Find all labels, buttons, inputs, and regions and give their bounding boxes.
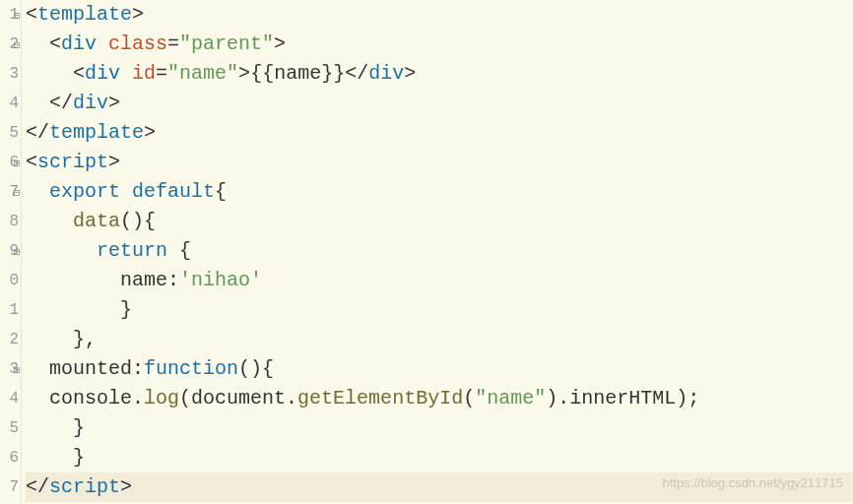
line-number: 2 [9, 331, 19, 348]
code-line[interactable]: console.log(document.getElementById("nam… [26, 384, 853, 413]
code-editor[interactable]: 1⊟ 2⊟ 3 4 5 6⊟ 7⊟ 8 9⊟ 0 1 2 3⊟ 4 5 6 7 … [0, 0, 853, 504]
line-number: 1 [9, 301, 19, 319]
code-line[interactable]: <div class="parent"> [26, 30, 853, 59]
code-line[interactable]: <div id="name">{{name}}</div> [26, 59, 853, 89]
fold-icon[interactable]: ⊟ [14, 150, 20, 179]
fold-icon[interactable]: ⊟ [14, 238, 20, 268]
line-number: 4 [9, 94, 19, 112]
code-line[interactable]: } [26, 295, 853, 325]
fold-icon[interactable]: ⊟ [14, 179, 20, 209]
line-number: 5 [9, 124, 19, 142]
code-line[interactable]: </div> [26, 89, 853, 118]
code-area[interactable]: <template> <div class="parent"> <div id=… [22, 0, 853, 504]
code-line[interactable]: } [26, 413, 853, 443]
code-line[interactable]: return { [26, 236, 853, 266]
line-number: 3 [9, 65, 19, 83]
code-line[interactable]: data(){ [26, 207, 853, 236]
line-number: 6 [9, 449, 19, 467]
code-line[interactable]: <script> [26, 148, 853, 177]
code-line[interactable]: }, [26, 325, 853, 354]
line-number: 5 [9, 419, 19, 437]
fold-icon[interactable]: ⊟ [14, 356, 20, 386]
code-line[interactable]: name:'nihao' [26, 266, 853, 295]
line-number: 4 [9, 390, 19, 408]
line-number: 7 [9, 478, 19, 496]
line-number-gutter: 1⊟ 2⊟ 3 4 5 6⊟ 7⊟ 8 9⊟ 0 1 2 3⊟ 4 5 6 7 [0, 0, 22, 504]
code-line[interactable]: </template> [26, 118, 853, 148]
code-line[interactable]: export default{ [26, 177, 853, 207]
code-line[interactable]: </script> [26, 472, 853, 502]
code-line[interactable]: <template> [26, 0, 853, 30]
line-number: 0 [9, 272, 19, 289]
line-number: 8 [9, 213, 19, 230]
code-line[interactable]: mounted:function(){ [26, 354, 853, 384]
fold-icon[interactable]: ⊟ [14, 32, 20, 61]
fold-icon[interactable]: ⊟ [14, 2, 20, 32]
code-line[interactable]: } [26, 443, 853, 472]
